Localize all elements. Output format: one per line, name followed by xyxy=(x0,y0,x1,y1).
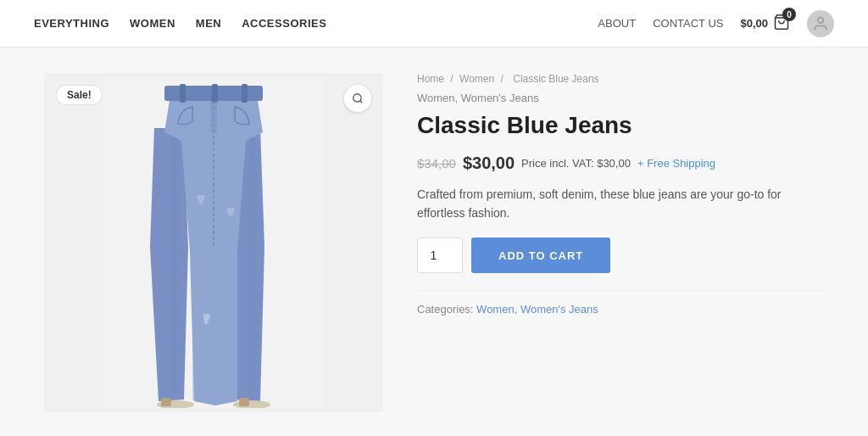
categories-prefix: Categories: xyxy=(417,303,473,316)
site-header: EVERYTHING WOMEN MEN ACCESSORIES ABOUT C… xyxy=(0,0,868,48)
product-image-area: Sale! xyxy=(44,73,383,412)
category-label-womens-jeans[interactable]: Women's Jeans xyxy=(461,92,539,104)
header-right: ABOUT CONTACT US $0,00 0 xyxy=(598,10,834,37)
user-avatar[interactable] xyxy=(807,10,834,37)
about-link[interactable]: ABOUT xyxy=(598,17,636,30)
category-sep: , xyxy=(515,303,518,316)
product-image-box: Sale! xyxy=(44,73,383,412)
svg-rect-14 xyxy=(239,398,249,406)
quantity-input[interactable] xyxy=(417,238,463,273)
svg-point-1 xyxy=(818,17,824,23)
header-secondary-nav: ABOUT CONTACT US xyxy=(598,17,723,30)
cart-price: $0,00 xyxy=(740,17,768,30)
category-women-link[interactable]: Women xyxy=(476,303,515,316)
add-to-cart-button[interactable]: ADD TO CART xyxy=(471,238,610,273)
zoom-icon xyxy=(352,92,364,104)
category-label-women[interactable]: Women xyxy=(417,92,455,104)
categories-line: Categories: Women, Women's Jeans xyxy=(417,303,824,316)
user-icon xyxy=(812,15,829,32)
product-details: Home / Women / Classic Blue Jeans Women,… xyxy=(417,73,824,412)
svg-rect-7 xyxy=(180,84,186,103)
add-to-cart-row: ADD TO CART xyxy=(417,238,824,273)
breadcrumb-women[interactable]: Women xyxy=(459,73,494,85)
cart-badge: 0 xyxy=(782,8,796,21)
breadcrumb: Home / Women / Classic Blue Jeans xyxy=(417,73,824,85)
product-category-labels: Women, Women's Jeans xyxy=(417,92,824,104)
price-sale: $30,00 xyxy=(463,154,515,173)
breadcrumb-current: Classic Blue Jeans xyxy=(513,73,598,85)
contact-link[interactable]: CONTACT US xyxy=(653,17,723,30)
product-description: Crafted from premium, soft denim, these … xyxy=(417,185,824,223)
category-womens-jeans-link[interactable]: Women's Jeans xyxy=(520,303,598,316)
breadcrumb-sep1: / xyxy=(450,73,453,85)
breadcrumb-home[interactable]: Home xyxy=(417,73,444,85)
price-vat: Price incl. VAT: $30,00 xyxy=(521,157,631,170)
main-nav: EVERYTHING WOMEN MEN ACCESSORIES xyxy=(34,17,326,30)
nav-everything[interactable]: EVERYTHING xyxy=(34,17,109,30)
price-area: $34,00 $30,00 Price incl. VAT: $30,00 + … xyxy=(417,154,824,173)
breadcrumb-sep2: / xyxy=(501,73,504,85)
divider xyxy=(417,290,824,291)
nav-men[interactable]: MEN xyxy=(196,17,221,30)
svg-rect-13 xyxy=(161,398,171,406)
svg-point-2 xyxy=(353,94,361,102)
free-shipping-link[interactable]: + Free Shipping xyxy=(637,157,715,170)
product-title: Classic Blue Jeans xyxy=(417,111,824,140)
zoom-button[interactable] xyxy=(344,85,371,112)
price-original: $34,00 xyxy=(417,156,456,170)
svg-rect-9 xyxy=(242,84,248,103)
sale-badge: Sale! xyxy=(56,85,103,105)
nav-women[interactable]: WOMEN xyxy=(130,17,175,30)
cart-icon-wrap: 0 xyxy=(773,14,790,33)
svg-line-3 xyxy=(360,101,363,103)
product-image-svg xyxy=(103,77,324,408)
svg-point-10 xyxy=(211,97,216,102)
cart-button[interactable]: $0,00 0 xyxy=(740,14,790,33)
product-page: Sale! xyxy=(27,73,841,412)
nav-accessories[interactable]: ACCESSORIES xyxy=(242,17,326,30)
